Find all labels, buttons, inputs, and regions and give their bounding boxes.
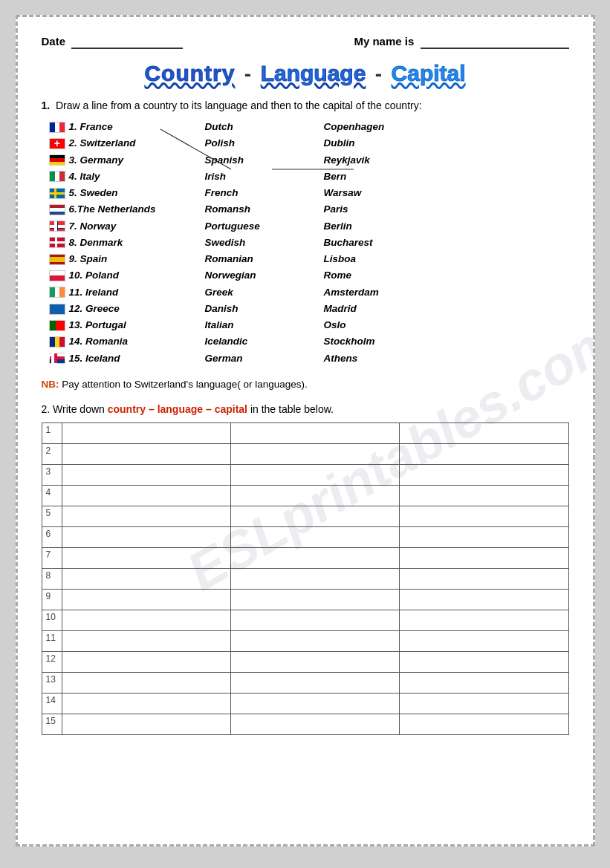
nb-label: NB: — [42, 379, 59, 390]
country-cell[interactable] — [62, 714, 231, 734]
language-cell[interactable] — [231, 422, 400, 443]
flag-denmark — [49, 237, 65, 248]
country-cell[interactable] — [62, 485, 231, 506]
capital-cell[interactable] — [400, 506, 568, 526]
capital-cell[interactable] — [400, 464, 568, 485]
language-cell[interactable] — [231, 589, 400, 610]
capital-cell[interactable] — [400, 526, 568, 547]
row-number: 11 — [42, 630, 62, 651]
country-cell[interactable] — [62, 422, 231, 443]
flag-ireland — [49, 287, 65, 298]
capital-cell[interactable] — [400, 422, 568, 443]
country-item-greece: 12. Greece — [49, 301, 205, 317]
country-cell[interactable] — [62, 672, 231, 693]
country-item-poland: 10. Poland — [49, 267, 205, 284]
capital-cell[interactable] — [400, 672, 568, 693]
language-irish: Irish — [205, 169, 324, 185]
language-norwegian: Norwegian — [205, 267, 324, 284]
capital-cell[interactable] — [400, 651, 568, 672]
row-number: 4 — [42, 485, 62, 506]
part2-prefix: 2. Write down — [42, 403, 108, 415]
part2-suffix: in the table below. — [247, 403, 334, 415]
language-cell[interactable] — [231, 464, 400, 485]
country-cell[interactable] — [62, 651, 231, 672]
capital-cell[interactable] — [400, 547, 568, 568]
header: Date My name is — [42, 35, 569, 49]
language-cell[interactable] — [231, 630, 400, 651]
country-item-netherlands: 6.The Netherlands — [49, 201, 205, 218]
country-cell[interactable] — [62, 547, 231, 568]
flag-norway — [49, 221, 65, 232]
country-item-ireland: 11. Ireland — [49, 284, 205, 301]
language-cell[interactable] — [231, 651, 400, 672]
country-item-italy: 4. Italy — [49, 169, 205, 185]
language-cell[interactable] — [231, 610, 400, 630]
capital-madrid: Madrid — [324, 301, 458, 317]
capital-bucharest: Bucharest — [324, 235, 458, 251]
country-cell[interactable] — [62, 589, 231, 610]
row-number: 1 — [42, 422, 62, 443]
capital-cell[interactable] — [400, 589, 568, 610]
table-row: 6 — [42, 526, 568, 547]
language-cell[interactable] — [231, 714, 400, 734]
country-item-sweden: 5. Sweden — [49, 185, 205, 201]
language-cell[interactable] — [231, 485, 400, 506]
country-cell[interactable] — [62, 610, 231, 630]
row-number: 2 — [42, 443, 62, 464]
row-number: 10 — [42, 610, 62, 630]
title-sep2: - — [375, 62, 382, 85]
language-icelandic: Icelandic — [205, 333, 324, 350]
title-country: Country — [144, 61, 235, 85]
country-cell[interactable] — [62, 443, 231, 464]
language-cell[interactable] — [231, 526, 400, 547]
capital-amsterdam: Amsterdam — [324, 284, 458, 301]
title-language: Language — [261, 61, 366, 85]
country-cell[interactable] — [62, 693, 231, 714]
table-row: 8 — [42, 568, 568, 589]
name-field: My name is — [354, 35, 568, 49]
country-cell[interactable] — [62, 506, 231, 526]
date-underline — [71, 35, 183, 49]
name-underline — [421, 35, 569, 49]
capital-cell[interactable] — [400, 714, 568, 734]
capital-warsaw: Warsaw — [324, 185, 458, 201]
language-greek: Greek — [205, 284, 324, 301]
answer-table: 1 2 3 4 5 6 — [42, 422, 569, 735]
flag-italy — [49, 171, 65, 182]
matching-area: 1. France 2. Switzerland 3. Germany 4. I… — [42, 119, 569, 367]
country-item-iceland: 15. Iceland — [49, 350, 205, 367]
capital-cell[interactable] — [400, 630, 568, 651]
capital-bern: Bern — [324, 169, 458, 185]
country-cell[interactable] — [62, 526, 231, 547]
country-cell[interactable] — [62, 568, 231, 589]
flag-romania — [49, 336, 65, 347]
title-sep1: - — [244, 62, 251, 85]
capital-cell[interactable] — [400, 568, 568, 589]
capital-cell[interactable] — [400, 485, 568, 506]
capital-stockholm: Stockholm — [324, 333, 458, 350]
language-cell[interactable] — [231, 568, 400, 589]
country-cell[interactable] — [62, 464, 231, 485]
language-cell[interactable] — [231, 547, 400, 568]
language-cell[interactable] — [231, 693, 400, 714]
row-number: 15 — [42, 714, 62, 734]
capital-paris: Paris — [324, 201, 458, 218]
flag-poland — [49, 270, 65, 281]
title-capital: Capital — [392, 61, 466, 85]
flag-netherlands — [49, 204, 65, 215]
date-label: Date — [42, 35, 66, 48]
row-number: 7 — [42, 547, 62, 568]
capital-reykjavik: Reykjavik — [324, 152, 458, 169]
capital-copenhagen: Copenhagen — [324, 119, 458, 135]
language-spanish: Spanish — [205, 152, 324, 169]
language-cell[interactable] — [231, 443, 400, 464]
language-cell[interactable] — [231, 506, 400, 526]
capital-cell[interactable] — [400, 443, 568, 464]
language-swedish: Swedish — [205, 235, 324, 251]
country-cell[interactable] — [62, 630, 231, 651]
row-number: 5 — [42, 506, 62, 526]
capitals-column: Copenhagen Dublin Reykjavik Bern Warsaw … — [324, 119, 458, 367]
capital-cell[interactable] — [400, 693, 568, 714]
language-cell[interactable] — [231, 672, 400, 693]
capital-cell[interactable] — [400, 610, 568, 630]
